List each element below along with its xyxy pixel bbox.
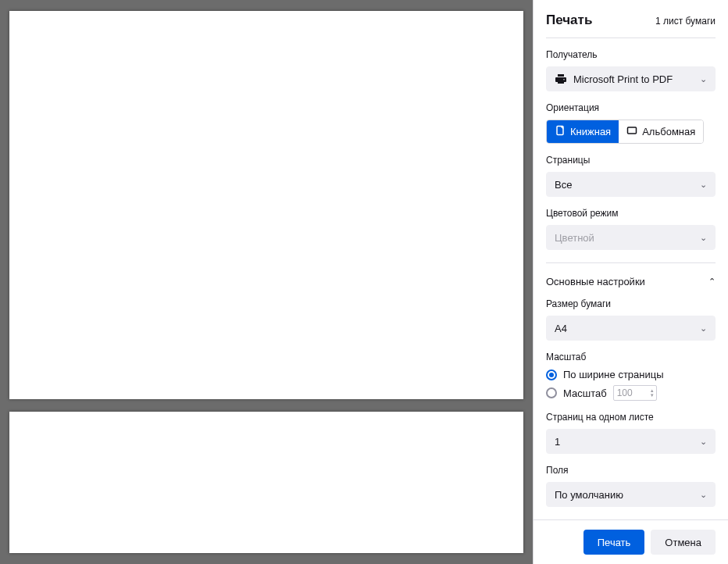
paper-size-label: Размер бумаги xyxy=(546,298,716,309)
destination-select[interactable]: Microsoft Print to PDF ⌄ xyxy=(546,66,716,91)
pages-per-sheet-select[interactable]: 1 ⌄ xyxy=(546,429,716,454)
orientation-portrait-label: Книжная xyxy=(570,126,611,137)
paper-size-value: A4 xyxy=(555,323,567,334)
scale-fit-width-label: По ширине страницы xyxy=(563,369,664,380)
color-mode-select: Цветной ⌄ xyxy=(546,225,716,250)
radio-unchecked-icon xyxy=(546,387,557,398)
orientation-landscape-button[interactable]: Альбомная xyxy=(619,120,703,143)
pages-per-sheet-label: Страниц на одном листе xyxy=(546,412,716,423)
chevron-down-icon: ⌄ xyxy=(700,437,707,447)
pages-value: Все xyxy=(555,179,572,191)
pages-select[interactable]: Все ⌄ xyxy=(546,172,716,197)
print-preview-pane xyxy=(0,0,533,564)
chevron-down-icon: ⌄ xyxy=(700,323,707,334)
preview-page-1 xyxy=(9,11,523,399)
sheet-count: 1 лист бумаги xyxy=(655,16,716,27)
scale-label: Масштаб xyxy=(546,352,716,362)
orientation-portrait-button[interactable]: Книжная xyxy=(547,120,619,143)
orientation-toggle: Книжная Альбомная xyxy=(546,120,704,144)
orientation-label: Ориентация xyxy=(546,102,716,113)
scale-custom-radio[interactable]: Масштаб 100 ▲▼ xyxy=(546,385,716,401)
preview-page-2 xyxy=(9,412,523,553)
chevron-down-icon: ⌄ xyxy=(700,490,707,500)
chevron-down-icon: ⌄ xyxy=(700,74,707,84)
destination-value: Microsoft Print to PDF xyxy=(573,73,673,85)
scale-custom-label: Масштаб xyxy=(563,387,607,399)
radio-checked-icon xyxy=(546,369,557,380)
destination-label: Получатель xyxy=(546,49,716,60)
paper-size-select[interactable]: A4 ⌄ xyxy=(546,316,716,341)
spinner-arrows-icon: ▲▼ xyxy=(650,386,655,400)
scale-value-input[interactable]: 100 ▲▼ xyxy=(613,385,657,401)
color-mode-label: Цветовой режим xyxy=(546,208,716,219)
margins-label: Поля xyxy=(546,465,716,476)
more-settings-label: Основные настройки xyxy=(546,276,645,287)
chevron-down-icon: ⌄ xyxy=(700,233,707,243)
margins-value: По умолчанию xyxy=(555,489,623,501)
more-settings-toggle[interactable]: Основные настройки ⌃ xyxy=(546,274,716,298)
chevron-down-icon: ⌄ xyxy=(700,180,707,190)
print-settings-sidebar: Печать 1 лист бумаги Получатель Microsof… xyxy=(533,0,728,564)
chevron-up-icon: ⌃ xyxy=(708,277,716,287)
margins-select[interactable]: По умолчанию ⌄ xyxy=(546,482,716,507)
pages-per-sheet-value: 1 xyxy=(555,436,560,448)
pages-label: Страницы xyxy=(546,155,716,166)
svg-rect-1 xyxy=(628,127,637,134)
dialog-footer: Печать Отмена xyxy=(534,519,728,564)
scale-fit-width-radio[interactable]: По ширине страницы xyxy=(546,369,716,380)
printer-icon xyxy=(555,73,567,85)
scale-value: 100 xyxy=(617,387,633,398)
print-title: Печать xyxy=(546,12,592,28)
landscape-icon xyxy=(626,125,637,138)
color-mode-value: Цветной xyxy=(555,232,594,244)
cancel-button[interactable]: Отмена xyxy=(651,530,716,555)
print-button[interactable]: Печать xyxy=(583,530,645,555)
portrait-icon xyxy=(555,125,566,138)
orientation-landscape-label: Альбомная xyxy=(642,126,695,137)
